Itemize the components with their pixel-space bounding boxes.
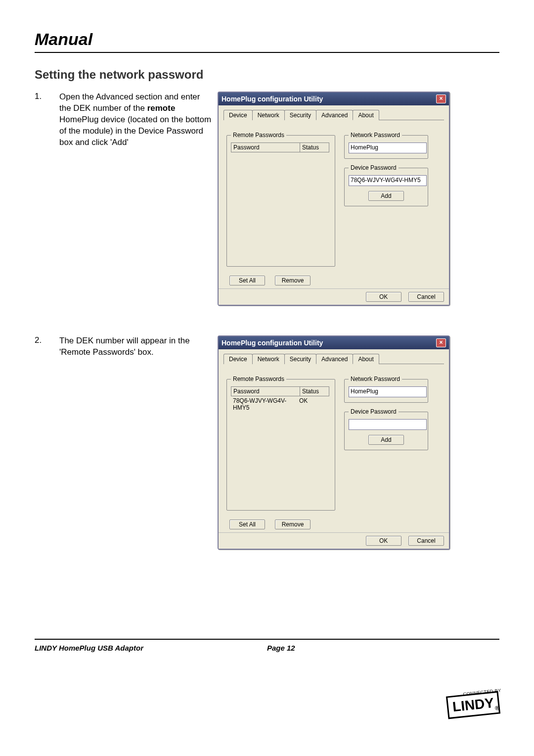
dialog-title: HomePlug configuration Utility: [222, 339, 323, 347]
tab-security[interactable]: Security: [284, 110, 316, 120]
group-legend: Network Password: [349, 376, 402, 382]
dialog-title: HomePlug configuration Utility: [222, 95, 323, 103]
remote-passwords-list[interactable]: 78Q6-WJVY-WG4V-HMY5 OK: [231, 396, 331, 490]
close-icon[interactable]: ×: [436, 94, 446, 103]
row-password: 78Q6-WJVY-WG4V-HMY5: [233, 397, 299, 411]
device-password-input[interactable]: [349, 419, 427, 430]
group-legend: Remote Passwords: [231, 132, 286, 139]
group-legend: Network Password: [349, 132, 402, 139]
network-password-input[interactable]: HomePlug: [349, 142, 427, 153]
footer-product: LINDY HomePlug USB Adaptor: [35, 644, 267, 652]
remove-button[interactable]: Remove: [275, 276, 311, 285]
step-number: 1.: [35, 92, 59, 148]
set-all-button[interactable]: Set All: [229, 276, 265, 285]
group-legend: Device Password: [349, 408, 399, 415]
cancel-button[interactable]: Cancel: [408, 292, 444, 302]
tab-advanced[interactable]: Advanced: [316, 354, 353, 364]
step-text-bold: remote: [147, 103, 176, 113]
tab-about[interactable]: About: [353, 354, 379, 364]
br-logo-wrap: CONNECTED BY LINDY: [447, 691, 499, 716]
add-button[interactable]: Add: [368, 191, 404, 201]
network-password-group: Network Password HomePlug: [344, 379, 428, 403]
column-password[interactable]: Password: [231, 386, 300, 396]
dialog-footer: OK Cancel: [219, 532, 449, 549]
footer-page-number: Page 12: [267, 644, 499, 652]
column-status[interactable]: Status: [300, 142, 329, 152]
tab-device[interactable]: Device: [223, 110, 253, 120]
page-footer: LINDY HomePlug USB Adaptor Page 12: [35, 639, 499, 652]
list-header: Password Status: [231, 142, 331, 152]
tab-strip: Device Network Security Advanced About: [223, 109, 444, 120]
step-text-fragment: The DEK number will appear in the 'Remot…: [59, 336, 190, 357]
step-number: 2.: [35, 335, 59, 358]
tab-about[interactable]: About: [353, 110, 379, 120]
lindy-logo: LINDY: [446, 691, 500, 719]
step-row-1: 1. Open the Advanced section and enter t…: [35, 92, 499, 306]
tab-network[interactable]: Network: [252, 354, 285, 364]
dialog-footer: OK Cancel: [219, 288, 449, 305]
page-header: Manual: [35, 30, 499, 53]
dialog-window: HomePlug configuration Utility × Device …: [218, 335, 450, 550]
network-password-group: Network Password HomePlug: [344, 135, 428, 159]
section-title: Setting the network password: [35, 68, 499, 82]
remote-passwords-group: Remote Passwords Password Status 78Q6-WJ…: [226, 379, 335, 511]
remote-passwords-group: Remote Passwords Password Status: [226, 135, 335, 267]
group-legend: Remote Passwords: [231, 376, 286, 382]
ok-button[interactable]: OK: [366, 292, 401, 302]
ok-button[interactable]: OK: [366, 536, 401, 546]
step-text-fragment: Open the Advanced section and enter the …: [59, 92, 200, 113]
step-row-2: 2. The DEK number will appear in the 'Re…: [35, 335, 499, 550]
list-item[interactable]: 78Q6-WJVY-WG4V-HMY5 OK: [231, 396, 331, 412]
step-text: Open the Advanced section and enter the …: [59, 92, 213, 148]
column-status[interactable]: Status: [300, 386, 329, 396]
remove-button[interactable]: Remove: [275, 520, 311, 529]
dialog-titlebar: HomePlug configuration Utility ×: [219, 336, 449, 349]
device-password-group: Device Password Add: [344, 412, 428, 450]
row-status: OK: [299, 397, 324, 411]
device-password-group: Device Password 78Q6-WJVY-WG4V-HMY5 Add: [344, 168, 428, 206]
step-text: The DEK number will appear in the 'Remot…: [59, 335, 213, 358]
group-legend: Device Password: [349, 164, 399, 171]
tab-advanced[interactable]: Advanced: [316, 110, 353, 120]
list-header: Password Status: [231, 386, 331, 396]
tab-network[interactable]: Network: [252, 110, 285, 120]
remote-passwords-list[interactable]: [231, 152, 331, 246]
tab-device[interactable]: Device: [223, 354, 253, 364]
tab-strip: Device Network Security Advanced About: [223, 353, 444, 364]
add-button[interactable]: Add: [368, 435, 404, 445]
network-password-input[interactable]: HomePlug: [349, 386, 427, 397]
close-icon[interactable]: ×: [436, 338, 446, 347]
column-password[interactable]: Password: [231, 142, 300, 152]
tab-security[interactable]: Security: [284, 354, 316, 364]
device-password-input[interactable]: 78Q6-WJVY-WG4V-HMY5: [349, 175, 427, 186]
cancel-button[interactable]: Cancel: [408, 536, 444, 546]
step-text-fragment: HomePlug device (located on the bottom o…: [59, 115, 211, 147]
dialog-titlebar: HomePlug configuration Utility ×: [219, 93, 449, 105]
set-all-button[interactable]: Set All: [229, 520, 265, 529]
dialog-window: HomePlug configuration Utility × Device …: [218, 92, 450, 306]
